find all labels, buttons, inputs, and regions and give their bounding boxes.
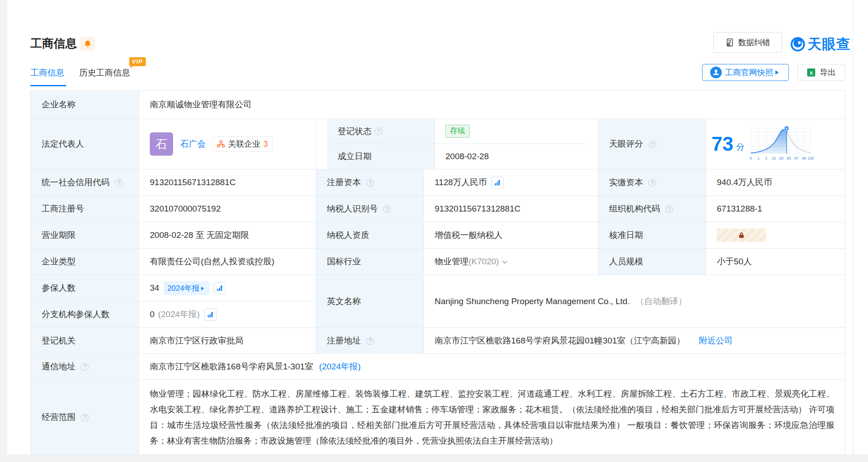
org-code-label: 组织机构代码 bbox=[609, 204, 660, 213]
table-row: 营业期限 2008-02-28 至 无固定期限 纳税人资质 增值税一般纳税人 核… bbox=[31, 222, 846, 249]
table-row: 企业类型 有限责任公司(自然人投资或控股) 国标行业 物业管理 (K7020) … bbox=[31, 249, 846, 275]
reg-status-value-cell: 存续 bbox=[435, 119, 587, 144]
branch-insured-trend-button[interactable] bbox=[204, 309, 216, 321]
help-icon[interactable]: ? bbox=[81, 414, 89, 421]
tab-business-info[interactable]: 工商信息 bbox=[30, 67, 64, 79]
help-icon[interactable]: ? bbox=[366, 337, 374, 345]
approval-date-label: 核准日期 bbox=[598, 222, 706, 249]
related-companies-badge[interactable]: 关联企业 3 bbox=[212, 136, 273, 152]
insured-trend-button[interactable] bbox=[214, 282, 226, 294]
company-type-label: 企业类型 bbox=[31, 249, 139, 275]
establish-date-value: 2008-02-28 bbox=[435, 144, 587, 169]
help-icon[interactable]: ? bbox=[366, 179, 374, 186]
table-row: 经营范围 ? 物业管理；园林绿化工程、防水工程、房屋维修工程、装饰装修工程、建筑… bbox=[31, 380, 846, 455]
chevron-down-icon[interactable] bbox=[502, 260, 508, 264]
reg-status-label-cell: 登记状态 ? bbox=[327, 119, 435, 144]
postal-address-label: 通信地址 bbox=[42, 362, 76, 371]
taxpayer-id-label-cell: 纳税人识别号 ? bbox=[316, 196, 424, 222]
svg-text:x: x bbox=[810, 70, 813, 76]
taxpayer-id-value: 91320115671312881C bbox=[424, 196, 598, 222]
svg-text:85: 85 bbox=[787, 156, 791, 161]
company-name-value: 南京顺诚物业管理有限公司 bbox=[139, 91, 846, 119]
reg-capital-value: 1128万人民币 bbox=[435, 177, 487, 188]
staff-size-label: 人员规模 bbox=[598, 249, 706, 275]
business-scope-label-cell: 经营范围 ? bbox=[31, 380, 139, 455]
branch-insured-label: 分支机构参保人数 bbox=[31, 301, 139, 328]
locked-value-area[interactable] bbox=[717, 229, 766, 242]
postal-report-link[interactable]: (2024年报) bbox=[319, 362, 361, 371]
help-icon[interactable]: ? bbox=[665, 205, 673, 213]
snapshot-arrow-icon bbox=[775, 70, 781, 75]
reg-capital-label-cell: 注册资本 ? bbox=[316, 170, 424, 196]
english-name-cell: Nanjing Shuncheng Property Management Co… bbox=[424, 275, 846, 328]
insured-count-label: 参保人数 bbox=[31, 275, 139, 301]
tab-active-underline bbox=[30, 85, 66, 86]
score-cell: 73 分 bbox=[706, 119, 846, 170]
industry-code: (K7020) bbox=[469, 257, 499, 267]
org-chart-icon bbox=[217, 140, 225, 148]
trend-chart-icon bbox=[216, 285, 223, 292]
reg-authority-value: 南京市江宁区行政审批局 bbox=[139, 328, 316, 354]
help-icon[interactable]: ? bbox=[648, 140, 656, 148]
nearby-companies-link[interactable]: 附近公司 bbox=[699, 336, 733, 345]
help-icon[interactable]: ? bbox=[115, 179, 123, 186]
english-name-label: 英文名称 bbox=[316, 275, 424, 328]
svg-text:99: 99 bbox=[802, 156, 806, 161]
help-icon[interactable]: ? bbox=[648, 179, 656, 186]
establish-date-label-cell: 成立日期 bbox=[327, 144, 435, 169]
table-row: 企业名称 南京顺诚物业管理有限公司 bbox=[31, 91, 846, 119]
reg-capital-label: 注册资本 bbox=[327, 178, 361, 187]
correction-doc-icon bbox=[725, 38, 734, 47]
score-value: 73 bbox=[711, 134, 733, 154]
capital-trend-button[interactable] bbox=[491, 177, 504, 189]
legal-rep-avatar[interactable]: 石 bbox=[150, 132, 173, 156]
official-snapshot-label: 工商官网快照 bbox=[725, 67, 773, 78]
annual-report-pill-label: 2024年报 bbox=[167, 283, 199, 293]
svg-text:1: 1 bbox=[758, 156, 760, 161]
legal-rep-name-link[interactable]: 石广会 bbox=[180, 138, 206, 150]
reg-capital-cell: 1128万人民币 bbox=[424, 170, 598, 196]
industry-cell: 物业管理 (K7020) bbox=[424, 249, 598, 275]
reg-number-label: 工商注册号 bbox=[31, 196, 139, 222]
paid-capital-value: 940.4万人民币 bbox=[706, 170, 846, 196]
data-correction-button[interactable]: 数据纠错 bbox=[713, 32, 782, 53]
help-icon[interactable]: ? bbox=[375, 127, 382, 135]
taxpayer-quality-value: 增值税一般纳税人 bbox=[424, 222, 598, 249]
staff-size-value: 小于50人 bbox=[706, 249, 846, 275]
legal-rep-label: 法定代表人 bbox=[31, 119, 139, 170]
annual-report-pill[interactable]: 2024年报 bbox=[164, 281, 209, 295]
tab-history-business-info[interactable]: 历史工商信息 bbox=[79, 67, 130, 79]
company-name-label: 企业名称 bbox=[31, 91, 139, 119]
status-date-subtable: 登记状态 ? 存续 成立日期 2008-02-28 bbox=[316, 119, 598, 170]
auto-translate-note: （自动翻译） bbox=[636, 297, 687, 306]
score-curve-chart[interactable]: 0 1 3 15 50 85 97 99 100 bbox=[747, 125, 814, 163]
page-left-gutter bbox=[0, 0, 7, 462]
postal-address-label-cell: 通信地址 ? bbox=[31, 354, 139, 380]
table-row: 通信地址 ? 南京市江宁区樵歌路168号学府风景1-301室 (2024年报) bbox=[31, 354, 846, 380]
credit-code-value: 91320115671312881C bbox=[139, 170, 316, 196]
export-button[interactable]: x 导出 bbox=[797, 64, 845, 81]
business-term-value: 2008-02-28 至 无固定期限 bbox=[139, 222, 316, 249]
tianyancha-logo: 天眼查 bbox=[790, 35, 851, 54]
data-correction-label: 数据纠错 bbox=[738, 37, 771, 48]
official-snapshot-button[interactable]: 工商官网快照 bbox=[702, 64, 789, 81]
table-row: 登记机关 南京市江宁区行政审批局 注册地址 ? 南京市江宁区樵歌路168号学府风… bbox=[31, 328, 846, 354]
org-code-label-cell: 组织机构代码 ? bbox=[598, 196, 706, 222]
trend-chart-icon bbox=[494, 179, 501, 186]
svg-text:0: 0 bbox=[750, 156, 752, 161]
table-row: 统一社会信用代码 ? 91320115671312881C 注册资本 ? 112… bbox=[31, 170, 846, 196]
english-name-value: Nanjing Shuncheng Property Management Co… bbox=[435, 297, 630, 306]
org-code-value: 67131288-1 bbox=[706, 196, 846, 222]
reg-authority-label: 登记机关 bbox=[31, 328, 139, 354]
page-bottom-gutter bbox=[7, 454, 868, 462]
business-scope-label: 经营范围 bbox=[42, 412, 76, 422]
table-row: 参保人数 34 2024年报 英文名称 Nanjing Shuncheng Pr… bbox=[31, 275, 846, 301]
insured-count-value: 34 bbox=[150, 283, 159, 293]
score-label-cell: 天眼评分 ? bbox=[598, 119, 706, 170]
help-icon[interactable]: ? bbox=[81, 363, 89, 371]
postal-address-value: 南京市江宁区樵歌路168号学府风景1-301室 bbox=[150, 362, 313, 371]
table-row: 法定代表人 石 石广会 关联企业 3 bbox=[31, 119, 846, 170]
help-icon[interactable]: ? bbox=[383, 205, 391, 213]
monitor-bell-button[interactable] bbox=[80, 37, 95, 51]
snapshot-seal-icon bbox=[710, 67, 722, 78]
